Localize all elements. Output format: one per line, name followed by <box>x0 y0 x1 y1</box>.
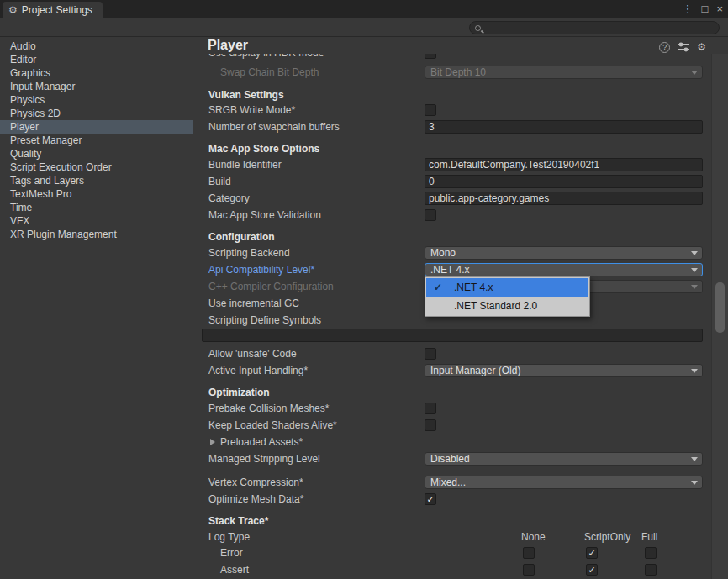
scrollbar-thumb[interactable] <box>715 282 725 333</box>
scripting-backend-value: Mono <box>430 247 456 259</box>
scripting-backend-label: Scripting Backend <box>208 247 290 259</box>
sidebar-item-input-manager[interactable]: Input Manager <box>0 80 193 93</box>
optimize-mesh-checkbox[interactable]: ✓ <box>425 493 436 505</box>
category-label: Category <box>208 192 250 204</box>
row-stacktrace-assert: Assert ✓ <box>193 562 711 577</box>
hdr-mode-checkbox[interactable] <box>425 54 436 59</box>
menu-item-label: .NET 4.x <box>454 282 493 293</box>
column-full: Full <box>641 531 657 543</box>
row-swapchain-buffers: Number of swapchain buffers <box>193 119 711 134</box>
row-define-symbols-field <box>193 328 711 343</box>
help-icon[interactable]: ? <box>659 42 670 53</box>
assert-full-checkbox[interactable] <box>645 564 657 576</box>
error-label: Error <box>220 547 243 559</box>
sidebar-item-editor[interactable]: Editor <box>0 53 193 66</box>
menu-item-net-standard-20[interactable]: .NET Standard 2.0 <box>426 297 588 315</box>
assert-none-checkbox[interactable] <box>523 564 535 576</box>
scripting-backend-dropdown[interactable]: Mono <box>425 246 703 260</box>
gear-icon[interactable]: ⚙ <box>697 41 706 53</box>
bundle-identifier-field[interactable] <box>425 158 703 171</box>
column-none: None <box>521 531 546 543</box>
row-keep-shaders: Keep Loaded Shaders Alive* <box>193 418 711 433</box>
vertex-compression-label: Vertex Compression* <box>208 476 303 488</box>
error-none-checkbox[interactable] <box>523 547 535 559</box>
prebake-collision-label: Prebake Collision Meshes* <box>208 403 329 414</box>
mac-validation-checkbox[interactable] <box>425 209 436 221</box>
prebake-collision-checkbox[interactable] <box>425 403 436 414</box>
foldout-arrow-icon[interactable] <box>210 439 215 445</box>
sidebar-item-physics[interactable]: Physics <box>0 93 193 107</box>
sidebar-item-preset-manager[interactable]: Preset Manager <box>0 134 193 147</box>
menu-item-label: .NET Standard 2.0 <box>454 300 537 312</box>
stripping-level-dropdown[interactable]: Disabled <box>425 452 703 466</box>
swapchain-buffers-label: Number of swapchain buffers <box>208 121 340 133</box>
sidebar-item-tags-and-layers[interactable]: Tags and Layers <box>0 174 193 187</box>
row-category: Category <box>193 191 711 206</box>
hdr-mode-label: Use display in HDR mode <box>208 54 324 59</box>
sidebar-item-audio[interactable]: Audio <box>0 39 193 53</box>
presets-icon[interactable] <box>678 42 689 52</box>
input-handling-label: Active Input Handling* <box>208 365 308 376</box>
api-compatibility-dropdown[interactable]: .NET 4.x <box>425 263 703 276</box>
input-handling-dropdown[interactable]: Input Manager (Old) <box>425 364 703 377</box>
row-api-compatibility: Api Compatibility Level* .NET 4.x <box>193 262 711 277</box>
stripping-level-label: Managed Stripping Level <box>208 453 320 465</box>
api-compatibility-value: .NET 4.x <box>430 264 469 276</box>
menu-check-icon: ✓ <box>434 278 442 297</box>
swapchain-buffers-field[interactable] <box>425 120 703 134</box>
assert-scriptonly-checkbox[interactable]: ✓ <box>586 564 598 576</box>
maximize-icon[interactable]: □ <box>702 0 709 18</box>
window-tab[interactable]: ⚙ Project Settings <box>3 2 103 18</box>
srgb-write-mode-checkbox[interactable] <box>425 104 436 116</box>
keep-shaders-checkbox[interactable] <box>425 419 436 431</box>
sidebar-item-player[interactable]: Player <box>0 120 193 134</box>
define-symbols-field[interactable] <box>202 329 703 342</box>
search-input[interactable] <box>485 23 714 33</box>
chevron-down-icon <box>691 457 698 461</box>
unsafe-code-label: Allow 'unsafe' Code <box>208 348 297 360</box>
assert-label: Assert <box>220 564 249 576</box>
sidebar-item-quality[interactable]: Quality <box>0 147 193 161</box>
keep-shaders-label: Keep Loaded Shaders Alive* <box>208 419 337 431</box>
sidebar-item-xr-plugin-management[interactable]: XR Plugin Management <box>0 228 193 241</box>
sidebar-item-script-execution-order[interactable]: Script Execution Order <box>0 161 193 174</box>
vertex-compression-dropdown[interactable]: Mixed... <box>425 476 703 489</box>
row-prebake-collision: Prebake Collision Meshes* <box>193 401 711 416</box>
swap-chain-bit-depth-label: Swap Chain Bit Depth <box>220 66 319 78</box>
page-title: Player <box>208 38 248 53</box>
api-compatibility-label: Api Compatibility Level* <box>208 264 314 276</box>
unsafe-code-checkbox[interactable] <box>425 348 436 360</box>
row-log-type-columns: Log Type None ScriptOnly Full <box>193 529 711 545</box>
vertex-compression-value: Mixed... <box>430 476 466 488</box>
sidebar-item-vfx[interactable]: VFX <box>0 214 193 228</box>
toolbar <box>0 18 728 37</box>
bundle-identifier-label: Bundle Identifier <box>208 159 282 171</box>
sidebar-item-graphics[interactable]: Graphics <box>0 66 193 80</box>
error-scriptonly-checkbox[interactable]: ✓ <box>586 547 598 559</box>
row-mac-validation: Mac App Store Validation <box>193 208 711 223</box>
window-controls: ⋮ □ × <box>683 0 723 18</box>
title-bar: ⚙ Project Settings ⋮ □ × <box>0 0 728 18</box>
panel-header-icons: ? ⚙ <box>659 41 706 53</box>
build-field[interactable] <box>425 175 703 188</box>
window-menu-icon[interactable]: ⋮ <box>683 0 694 18</box>
sidebar-item-textmesh-pro[interactable]: TextMesh Pro <box>0 187 193 201</box>
category-field[interactable] <box>425 192 703 205</box>
close-icon[interactable]: × <box>716 0 723 18</box>
chevron-down-icon <box>691 285 698 289</box>
row-vertex-compression: Vertex Compression* Mixed... <box>193 475 711 490</box>
mac-validation-label: Mac App Store Validation <box>208 209 321 221</box>
configuration-header: Configuration <box>208 231 275 243</box>
define-symbols-label: Scripting Define Symbols <box>208 314 321 326</box>
log-type-label: Log Type <box>208 531 250 543</box>
error-full-checkbox[interactable] <box>645 547 657 559</box>
search-box[interactable] <box>469 21 720 34</box>
preloaded-assets-label[interactable]: Preloaded Assets* <box>220 436 303 448</box>
sidebar-item-physics-2d[interactable]: Physics 2D <box>0 107 193 120</box>
menu-item-net-4x[interactable]: ✓ .NET 4.x <box>426 278 588 297</box>
swap-chain-bit-depth-dropdown: Bit Depth 10 <box>425 66 703 79</box>
vertical-scrollbar[interactable] <box>711 54 728 579</box>
sidebar-item-time[interactable]: Time <box>0 201 193 214</box>
row-stacktrace-error: Error ✓ <box>193 545 711 561</box>
search-icon <box>475 25 481 31</box>
